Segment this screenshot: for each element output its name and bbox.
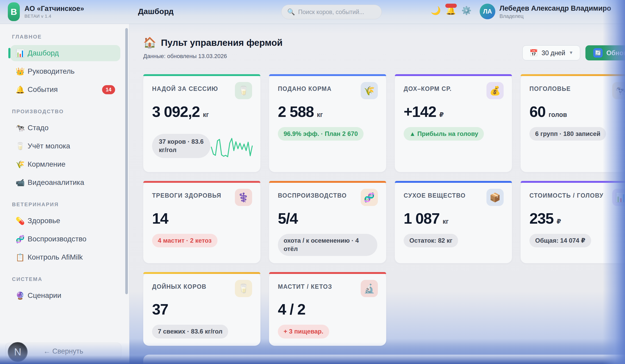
sidebar-item-label: Контроль AfiMilk — [28, 253, 83, 261]
card-value-number: 37 — [152, 300, 168, 318]
kpi-card-milk-session: НАДОЙ ЗА СЕССИЮ🥛3 092,2кг37 коров · 83.6… — [143, 74, 260, 172]
user-block: Лебедев Александр Владимиро Владелец — [499, 4, 611, 19]
home-icon: 🏠 — [143, 36, 156, 49]
dev-tools-badge[interactable]: N — [8, 342, 28, 362]
card-badge: 96.9% эфф. · План 2 670 — [278, 127, 364, 141]
card-value-number: 1 087 — [404, 210, 440, 227]
refresh-label: Обновить — [606, 49, 625, 57]
events-count-badge: 14 — [102, 85, 115, 94]
bar-chart-icon: 📊 — [612, 189, 625, 206]
card-value-number: 60 — [529, 103, 546, 120]
brand: В АО «Гатчинское» ВЕТАИ v 1.4 — [8, 2, 84, 21]
card-value: 3 092,2кг — [152, 103, 252, 120]
sidebar-item-scenarios[interactable]: 🔮Сценарии — [10, 287, 120, 304]
card-value: 4 / 2 — [278, 300, 377, 318]
user-name: Лебедев Александр Владимиро — [499, 4, 611, 12]
kpi-card-livestock: ПОГОЛОВЬЕ🐄60голов6 групп · 180 записей — [521, 74, 625, 172]
dna-icon: 🧬 — [361, 189, 378, 206]
app-version: ВЕТАИ v 1.4 — [24, 14, 84, 19]
health-icon: 💊 — [16, 217, 28, 225]
scenarios-icon: 🔮 — [16, 291, 28, 300]
card-value: 37 — [152, 300, 252, 318]
card-badge: Общая: 14 074 ₽ — [529, 234, 591, 247]
card-value: 60голов — [529, 103, 625, 120]
sidebar-item-label: Здоровье — [28, 217, 60, 225]
sidebar-item-milk-records[interactable]: 🥛Учёт молока — [10, 138, 120, 154]
card-value: 1 087кг — [404, 210, 503, 227]
card-value: 2 588кг — [278, 103, 377, 120]
card-accent-bar — [521, 181, 625, 183]
sidebar-item-health[interactable]: 💊Здоровье — [10, 213, 120, 229]
card-badge: охота / к осеменению · 4 отёл — [278, 234, 377, 256]
wheat-icon: 🌾 — [364, 85, 375, 96]
medical-icon: ⚕️ — [235, 189, 252, 206]
sidebar-item-label: Сценарии — [28, 291, 61, 300]
package-icon: 📦 — [486, 189, 504, 206]
kpi-grid: НАДОЙ ЗА СЕССИЮ🥛3 092,2кг37 коров · 83.6… — [143, 74, 625, 346]
microscope-icon: 🔬 — [364, 283, 375, 294]
card-accent-bar — [143, 74, 260, 76]
card-foot: 7 свежих · 83.6 кг/гол — [152, 325, 252, 338]
user-avatar[interactable]: ЛА — [480, 4, 495, 19]
sidebar-scrollbar[interactable] — [125, 28, 128, 294]
card-foot: Общая: 14 074 ₽ — [529, 234, 625, 247]
herd-icon: 🐄 — [16, 124, 28, 132]
card-value-number: +142 — [404, 103, 436, 120]
card-accent-bar — [395, 181, 512, 183]
sidebar-item-events[interactable]: 🔔События14 — [10, 81, 120, 98]
sidebar-item-label: Руководитель — [28, 67, 74, 76]
card-foot: охота / к осеменению · 4 отёл — [278, 234, 377, 256]
card-title: МАСТИТ / КЕТОЗ — [278, 283, 356, 291]
sidebar-item-label: Дашборд — [28, 49, 59, 57]
sidebar-item-reproduction[interactable]: 🧬Воспроизводство — [10, 231, 120, 247]
card-foot: Остаток: 82 кг — [404, 234, 503, 247]
card-badge: ▲ Прибыль на голову — [404, 127, 484, 141]
sidebar-item-afimilk-control[interactable]: 📋Контроль AfiMilk — [10, 249, 120, 265]
sidebar-item-dashboard[interactable]: 📊Дашборд — [10, 45, 120, 61]
wheat-icon: 🌾 — [361, 82, 378, 99]
notifications-bell-icon[interactable]: 🔔 — [446, 6, 456, 15]
search-input[interactable] — [298, 9, 376, 16]
milk-records-icon: 🥛 — [16, 142, 28, 150]
kpi-card-health-alerts: ТРЕВОГИ ЗДОРОВЬЯ⚕️144 мастит · 2 кетоз — [143, 181, 260, 263]
theme-toggle-moon-icon[interactable]: 🌙 — [431, 6, 441, 15]
card-value-number: 3 092,2 — [152, 103, 200, 120]
microscope-icon: 🔬 — [361, 280, 378, 297]
search-icon: 🔍 — [287, 8, 295, 16]
sidebar-item-feeding[interactable]: 🌾Кормление — [10, 156, 120, 172]
kpi-card-feed-given: ПОДАНО КОРМА🌾2 588кг96.9% эфф. · План 2 … — [269, 74, 386, 172]
card-badge: 6 групп · 180 записей — [529, 127, 606, 141]
card-accent-bar — [143, 181, 260, 183]
calendar-icon: 📅 — [529, 49, 538, 57]
sidebar-item-herd[interactable]: 🐄Стадо — [10, 120, 120, 136]
milk-glass-icon: 🥛 — [238, 283, 249, 294]
period-select[interactable]: 📅 30 дней ▼ — [522, 45, 580, 60]
milk-glass-icon: 🥛 — [235, 280, 252, 297]
search-box[interactable]: 🔍 — [281, 5, 382, 19]
card-accent-bar — [395, 74, 512, 76]
card-accent-bar — [269, 272, 386, 274]
card-foot: 37 коров · 83.6 кг/гол — [152, 127, 252, 165]
main-content: 🏠 Пульт управления фермой Данные: обновл… — [129, 24, 625, 364]
cow-icon: 🐄 — [612, 82, 625, 99]
sidebar-item-manager[interactable]: 👑Руководитель — [10, 63, 120, 79]
card-badge: Остаток: 82 кг — [404, 234, 458, 247]
kpi-card-mastitis-ketosis: МАСТИТ / КЕТОЗ🔬4 / 2+ 3 пищевар. — [269, 272, 386, 346]
card-badge: 4 мастит · 2 кетоз — [152, 234, 217, 247]
card-value: 5/4 — [278, 210, 377, 227]
bar-chart-icon: 📊 — [615, 192, 625, 203]
refresh-button[interactable]: 🔄 Обновить — [585, 45, 625, 60]
sidebar-section-label: СИСТЕМА — [12, 276, 120, 282]
card-value: 14 — [152, 210, 252, 227]
sidebar-item-video-analytics[interactable]: 📹Видеоаналитика — [10, 174, 120, 191]
sidebar-section-label: ВЕТЕРИНАРИЯ — [12, 202, 120, 208]
card-value-unit: ₽ — [557, 218, 561, 225]
video-analytics-panel: 📹 Видеоаналитика 5 / 6 онлайн — [143, 355, 625, 364]
kpi-card-cost-per-head: СТОИМОСТЬ / ГОЛОВУ📊235₽Общая: 14 074 ₽ — [521, 181, 625, 263]
video-analytics-icon: 📹 — [16, 178, 28, 187]
card-badge: 37 коров · 83.6 кг/гол — [152, 134, 210, 158]
sidebar-nav: ГЛАВНОЕ📊Дашборд👑Руководитель🔔События14ПР… — [10, 34, 120, 304]
kpi-card-reproduction: ВОСПРОИЗВОДСТВО🧬5/4охота / к осеменению … — [269, 181, 386, 263]
card-title: ДОХ–КОРМ СР. — [404, 85, 482, 93]
settings-gear-icon[interactable]: ⚙️ — [461, 6, 472, 15]
